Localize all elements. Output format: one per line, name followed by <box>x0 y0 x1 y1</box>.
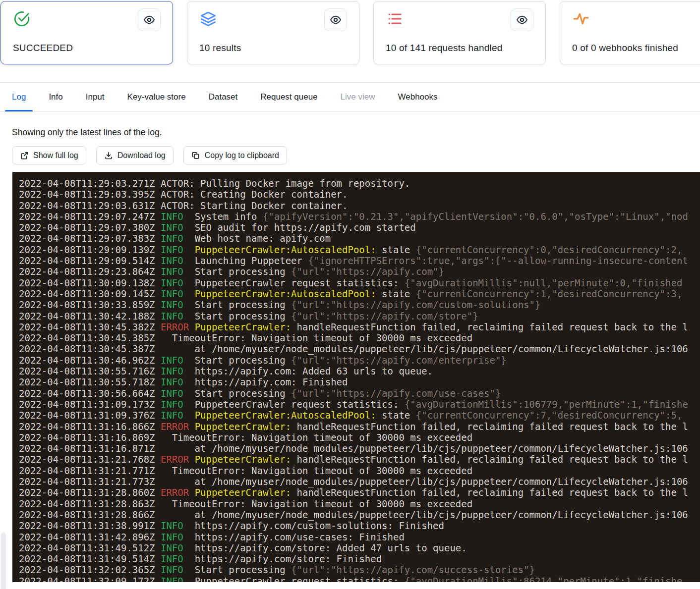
log-line: 2022-04-08T11:31:09.173Z INFO PuppeteerC… <box>19 399 700 410</box>
button-label: Download log <box>117 151 166 160</box>
status-card-requests: 10 of 141 requests handled <box>373 1 546 64</box>
layers-icon <box>199 10 217 28</box>
log-actions-row: Show full log Download log Copy log to c… <box>12 146 700 164</box>
log-line: 2022-04-08T11:31:21.768Z ERROR Puppeteer… <box>19 454 700 465</box>
tab-input[interactable]: Input <box>86 83 105 111</box>
log-line: 2022-04-08T11:31:49.514Z INFO https://ap… <box>19 553 700 564</box>
log-line: 2022-04-08T11:31:28.863Z TimeoutError: N… <box>19 498 700 509</box>
log-line: 2022-04-08T11:31:09.376Z INFO PuppeteerC… <box>19 410 700 421</box>
copy-log-button[interactable]: Copy log to clipboard <box>183 146 287 164</box>
log-line: 2022-04-08T11:29:09.139Z INFO PuppeteerC… <box>19 244 700 255</box>
tab-live-view[interactable]: Live view <box>341 83 375 111</box>
status-card-results: 10 results <box>187 1 359 64</box>
log-terminal[interactable]: 2022-04-08T11:29:03.271Z ACTOR: Pulling … <box>12 172 700 582</box>
log-line: 2022-04-08T11:30:55.716Z INFO https://ap… <box>19 366 700 376</box>
status-cards-row: SUCCEEDED 10 results <box>0 0 700 64</box>
log-line: 2022-04-08T11:31:16.869Z TimeoutError: N… <box>19 432 700 443</box>
log-line: 2022-04-08T11:29:09.514Z INFO Launching … <box>19 255 700 266</box>
log-line: 2022-04-08T11:31:28.860Z ERROR Puppeteer… <box>19 487 700 498</box>
tab-webhooks[interactable]: Webhooks <box>398 83 438 111</box>
tab-info[interactable]: Info <box>49 83 62 111</box>
log-line: 2022-04-08T11:29:07.380Z INFO SEO audit … <box>19 222 700 233</box>
log-line: 2022-04-08T11:31:49.512Z INFO https://ap… <box>19 542 700 553</box>
tab-log[interactable]: Log <box>12 83 26 111</box>
eye-icon <box>143 14 155 26</box>
status-card-label: 0 of 0 webhooks finished <box>572 43 678 54</box>
log-line: 2022-04-08T11:30:42.188Z INFO Start proc… <box>19 311 700 321</box>
status-card-run-status: SUCCEEDED <box>0 1 173 64</box>
external-link-icon <box>20 151 29 160</box>
log-line: 2022-04-08T11:30:33.859Z INFO Start proc… <box>19 299 700 310</box>
log-line: 2022-04-08T11:31:16.866Z ERROR Puppeteer… <box>19 421 700 432</box>
log-line: 2022-04-08T11:29:07.247Z INFO System inf… <box>19 211 700 222</box>
log-line: 2022-04-08T11:31:21.771Z TimeoutError: N… <box>19 465 700 476</box>
tab-bar: Log Info Input Key-value store Dataset R… <box>0 82 700 112</box>
log-line: 2022-04-08T11:32:09.172Z INFO PuppeteerC… <box>19 576 700 582</box>
status-card-label: 10 of 141 requests handled <box>386 43 503 54</box>
status-card-webhooks: 0 of 0 webhooks finished <box>560 1 700 64</box>
log-line: 2022-04-08T11:29:03.395Z ACTOR: Creating… <box>19 189 700 200</box>
tab-key-value-store[interactable]: Key-value store <box>127 83 186 111</box>
log-line: 2022-04-08T11:29:07.383Z INFO Web host n… <box>19 233 700 244</box>
log-line: 2022-04-08T11:30:09.138Z INFO PuppeteerC… <box>19 277 700 288</box>
log-line: 2022-04-08T11:31:28.866Z at /home/myuser… <box>19 509 700 520</box>
log-line: 2022-04-08T11:31:42.896Z INFO https://ap… <box>19 532 700 542</box>
show-full-log-button[interactable]: Show full log <box>12 146 86 164</box>
download-icon <box>104 151 113 160</box>
download-log-button[interactable]: Download log <box>96 146 174 164</box>
status-card-label: 10 results <box>199 43 241 54</box>
log-line: 2022-04-08T11:30:09.145Z INFO PuppeteerC… <box>19 288 700 299</box>
log-line: 2022-04-08T11:30:55.718Z INFO https://ap… <box>19 376 700 387</box>
status-card-label: SUCCEEDED <box>13 43 73 54</box>
tab-dataset[interactable]: Dataset <box>209 83 238 111</box>
log-line: 2022-04-08T11:30:46.962Z INFO Start proc… <box>19 355 700 366</box>
log-line: 2022-04-08T11:30:45.385Z TimeoutError: N… <box>19 332 700 343</box>
eye-button[interactable] <box>511 8 533 31</box>
log-line: 2022-04-08T11:31:38.991Z INFO https://ap… <box>19 520 700 531</box>
copy-icon <box>191 151 200 160</box>
log-line: 2022-04-08T11:29:03.631Z ACTOR: Starting… <box>19 200 700 211</box>
log-line: 2022-04-08T11:29:03.271Z ACTOR: Pulling … <box>19 178 700 189</box>
log-line: 2022-04-08T11:30:45.382Z ERROR Puppeteer… <box>19 321 700 332</box>
button-label: Show full log <box>33 151 78 160</box>
log-line: 2022-04-08T11:30:45.387Z at /home/myuser… <box>19 343 700 354</box>
check-circle-icon <box>13 10 31 28</box>
eye-icon <box>516 14 528 26</box>
page-scrollbar-thumb[interactable] <box>1 533 6 589</box>
eye-button[interactable] <box>324 8 347 31</box>
log-line: 2022-04-08T11:31:16.871Z at /home/myuser… <box>19 443 700 454</box>
log-line: 2022-04-08T11:29:23.864Z INFO Start proc… <box>19 266 700 277</box>
eye-button[interactable] <box>138 8 161 31</box>
eye-icon <box>330 14 342 26</box>
button-label: Copy log to clipboard <box>205 151 279 160</box>
log-line: 2022-04-08T11:32:02.365Z INFO Start proc… <box>19 564 700 575</box>
activity-icon <box>572 10 590 28</box>
log-note: Showing only the latest lines of the log… <box>12 127 700 138</box>
list-icon <box>386 10 404 28</box>
log-line: 2022-04-08T11:31:21.773Z at /home/myuser… <box>19 476 700 487</box>
tab-request-queue[interactable]: Request queue <box>260 83 317 111</box>
log-line: 2022-04-08T11:30:56.664Z INFO Start proc… <box>19 388 700 399</box>
